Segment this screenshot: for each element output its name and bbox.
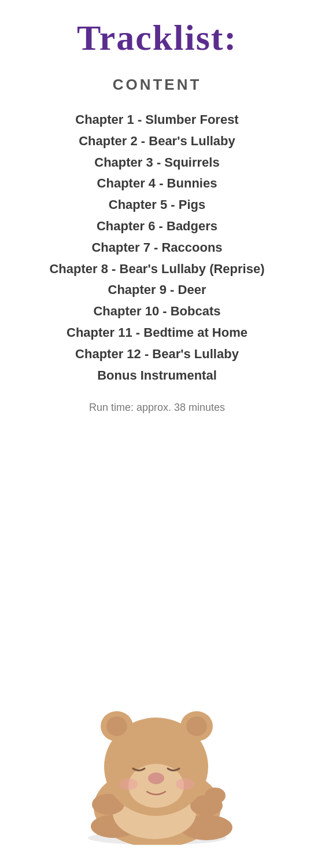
chapter-4: Chapter 4 - Bunnies — [97, 175, 217, 193]
bear-image — [12, 443, 302, 845]
chapter-1: Chapter 1 - Slumber Forest — [75, 111, 238, 129]
bonus: Bonus Instrumental — [97, 367, 217, 385]
page-title: Tracklist: — [77, 17, 237, 58]
runtime-text: Run time: approx. 38 minutes — [89, 402, 225, 414]
chapter-8: Chapter 8 - Bear's Lullaby (Reprise) — [49, 260, 264, 278]
svg-point-14 — [148, 773, 164, 784]
chapter-11: Chapter 11 - Bedtime at Home — [67, 324, 247, 342]
svg-point-7 — [205, 788, 226, 804]
svg-point-12 — [186, 716, 207, 736]
chapter-2: Chapter 2 - Bear's Lullaby — [79, 133, 235, 150]
chapter-9: Chapter 9 - Deer — [108, 281, 206, 299]
svg-point-16 — [176, 778, 194, 790]
bear-illustration — [59, 683, 256, 845]
chapter-12: Chapter 12 - Bear's Lullaby — [75, 345, 239, 363]
svg-point-10 — [106, 716, 127, 736]
chapter-6: Chapter 6 - Badgers — [97, 218, 217, 236]
svg-point-15 — [119, 778, 138, 790]
chapter-10: Chapter 10 - Bobcats — [93, 303, 220, 321]
page-container: Tracklist: CONTENT Chapter 1 - Slumber F… — [0, 0, 314, 868]
chapter-3: Chapter 3 - Squirrels — [94, 154, 219, 172]
title-section: Tracklist: — [77, 17, 237, 58]
chapter-5: Chapter 5 - Pigs — [109, 196, 205, 214]
chapters-list: Chapter 1 - Slumber Forest Chapter 2 - B… — [12, 111, 302, 384]
chapter-7: Chapter 7 - Raccoons — [91, 239, 222, 257]
content-heading: CONTENT — [113, 76, 202, 94]
